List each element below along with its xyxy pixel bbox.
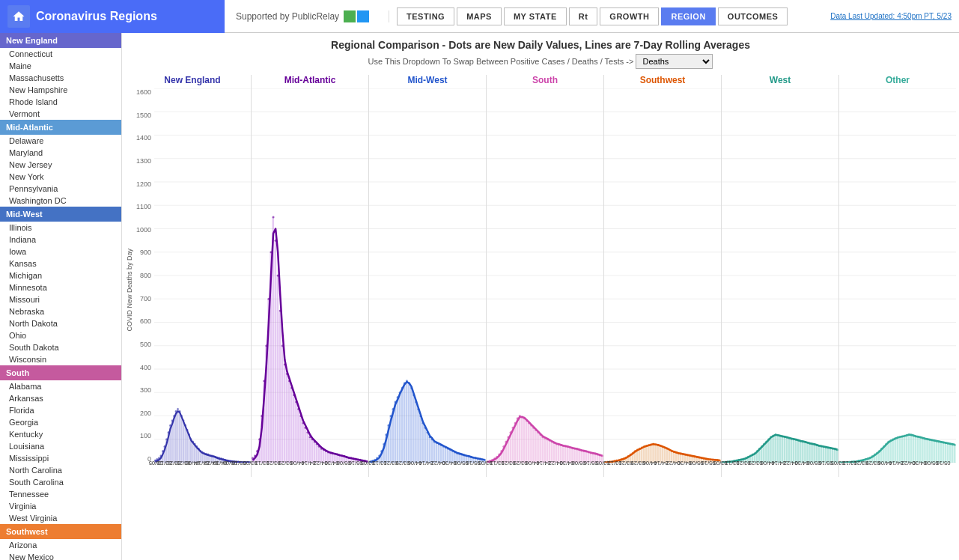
region-chart-new-england: New England16001500140013001200110010009… — [134, 75, 252, 477]
nav-btn-rt[interactable]: Rt — [569, 7, 598, 25]
svg-rect-274 — [412, 395, 415, 463]
chart-svg — [839, 88, 956, 463]
y-tick: 1200 — [134, 180, 151, 188]
region-group-southwest: SouthwestArizonaNew MexicoOklahomaTexas — [0, 524, 121, 560]
state-item[interactable]: Arkansas — [0, 392, 121, 404]
svg-rect-396 — [537, 432, 539, 463]
state-item[interactable]: North Carolina — [0, 464, 121, 476]
supported-by-section: Supported by PublicRelay — [225, 10, 389, 22]
state-item[interactable]: Wisconsin — [0, 353, 121, 365]
svg-rect-156 — [297, 409, 299, 463]
svg-rect-390 — [523, 419, 526, 463]
region-header-southwest[interactable]: Southwest — [0, 524, 121, 539]
y-tick: 1100 — [134, 203, 151, 210]
state-item[interactable]: New York — [0, 171, 121, 183]
region-group-mid-atlantic: Mid-AtlanticDelawareMarylandNew JerseyNe… — [0, 120, 121, 207]
y-tick: 1300 — [134, 157, 151, 165]
data-updated-label[interactable]: Data Last Updated: 4:50pm PT, 5/23 — [830, 12, 959, 20]
svg-rect-278 — [421, 423, 424, 463]
chart-svg — [487, 88, 603, 463]
svg-rect-147 — [277, 276, 279, 463]
y-tick: 1500 — [134, 112, 151, 119]
content-area: Regional Comparison - Dots are New Daily… — [122, 33, 959, 560]
svg-rect-271 — [406, 381, 408, 463]
nav-buttons: TESTINGMAPSMY STATERtGROWTHREGIONOUTCOME… — [389, 7, 830, 25]
state-item[interactable]: West Virginia — [0, 512, 121, 524]
nav-btn-outcomes[interactable]: OUTCOMES — [718, 7, 788, 25]
y-tick: 200 — [134, 410, 151, 417]
publicrelay-logo — [344, 10, 369, 22]
nav-btn-region[interactable]: REGION — [661, 7, 715, 25]
nav-btn-testing[interactable]: TESTING — [397, 7, 454, 25]
svg-rect-28 — [175, 411, 177, 463]
state-item[interactable]: Connecticut — [0, 48, 121, 60]
state-item[interactable]: Washington DC — [0, 195, 121, 207]
state-item[interactable]: Virginia — [0, 500, 121, 512]
state-item[interactable]: Kansas — [0, 258, 121, 270]
svg-rect-151 — [286, 374, 288, 463]
state-item[interactable]: Maine — [0, 60, 121, 72]
state-item[interactable]: New Mexico — [0, 551, 121, 560]
state-item[interactable]: Missouri — [0, 293, 121, 305]
svg-rect-31 — [181, 416, 183, 463]
svg-rect-388 — [519, 416, 521, 463]
chart-subtitle-text: Use This Dropdown To Swap Between Positi… — [368, 57, 634, 66]
state-item[interactable]: Tennessee — [0, 488, 121, 500]
state-item[interactable]: Florida — [0, 404, 121, 416]
state-item[interactable]: Iowa — [0, 246, 121, 258]
state-item[interactable]: Ohio — [0, 329, 121, 341]
state-item[interactable]: Rhode Island — [0, 96, 121, 108]
nav-btn-my state[interactable]: MY STATE — [504, 7, 567, 25]
nav-btn-maps[interactable]: MAPS — [457, 7, 502, 25]
region-header-new-england[interactable]: New England — [0, 33, 121, 48]
state-item[interactable]: Mississippi — [0, 452, 121, 464]
state-item[interactable]: Vermont — [0, 108, 121, 120]
state-item[interactable]: North Dakota — [0, 317, 121, 329]
svg-rect-272 — [408, 383, 410, 463]
y-tick: 400 — [134, 364, 151, 371]
svg-rect-635 — [774, 435, 776, 463]
state-item[interactable]: South Dakota — [0, 341, 121, 353]
region-chart-title: South — [532, 75, 558, 85]
state-item[interactable]: New Jersey — [0, 159, 121, 171]
state-item[interactable]: Arizona — [0, 539, 121, 551]
chart-svg — [604, 88, 721, 463]
state-item[interactable]: Massachusetts — [0, 72, 121, 84]
nav-btn-growth[interactable]: GROWTH — [600, 7, 659, 25]
state-item[interactable]: Louisiana — [0, 440, 121, 452]
y-tick: 600 — [134, 317, 151, 325]
home-icon[interactable] — [7, 5, 30, 28]
state-item[interactable]: Nebraska — [0, 305, 121, 317]
region-header-south[interactable]: South — [0, 365, 121, 380]
svg-rect-391 — [526, 421, 528, 463]
state-item[interactable]: Pennsylvania — [0, 183, 121, 195]
svg-rect-397 — [539, 435, 541, 463]
state-item[interactable]: Illinois — [0, 222, 121, 234]
state-item[interactable]: Alabama — [0, 380, 121, 392]
chart-title: Regional Comparison - Dots are New Daily… — [125, 39, 956, 51]
state-item[interactable]: Kentucky — [0, 428, 121, 440]
chart-svg — [154, 88, 251, 463]
region-chart-west: West03/0503/1303/2103/2904/0604/1404/220… — [722, 75, 839, 477]
region-header-mid-west[interactable]: Mid-West — [0, 207, 121, 222]
pr-logo-square1 — [344, 10, 356, 22]
region-header-mid-atlantic[interactable]: Mid-Atlantic — [0, 120, 121, 135]
svg-point-80 — [177, 408, 178, 410]
state-item[interactable]: Minnesota — [0, 281, 121, 293]
state-item[interactable]: South Carolina — [0, 476, 121, 488]
state-item[interactable]: Indiana — [0, 234, 121, 246]
state-item[interactable]: Michigan — [0, 270, 121, 281]
svg-rect-760 — [906, 435, 908, 463]
svg-rect-280 — [426, 432, 428, 463]
svg-rect-29 — [177, 409, 178, 463]
svg-rect-146 — [275, 240, 277, 463]
state-item[interactable]: Maryland — [0, 147, 121, 159]
app-title: Coronavirus Regions — [36, 10, 157, 23]
metric-select[interactable]: Positive CasesDeathsTests — [636, 54, 713, 69]
state-item[interactable]: Delaware — [0, 135, 121, 147]
svg-rect-636 — [776, 435, 779, 463]
state-item[interactable]: Georgia — [0, 416, 121, 428]
state-item[interactable]: New Hampshire — [0, 84, 121, 96]
svg-rect-762 — [910, 435, 913, 463]
svg-rect-276 — [417, 409, 419, 463]
